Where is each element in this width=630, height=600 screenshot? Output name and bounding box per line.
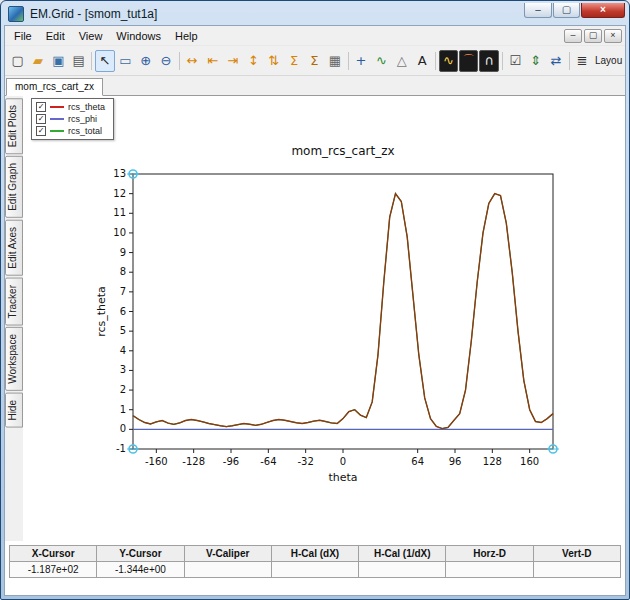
sum-y-icon: Σ — [310, 54, 318, 67]
select-pointer-button[interactable]: ↖ — [95, 50, 114, 72]
layout-button[interactable]: ≣ — [573, 50, 592, 72]
side-tab-tracker[interactable]: Tracker — [5, 278, 23, 326]
zoom-window-button[interactable]: ▭ — [116, 50, 135, 72]
titlebar: EM.Grid - [smom_tut1a] – ▢ × — [1, 1, 629, 25]
swap-axes-button[interactable]: ⇄ — [546, 50, 565, 72]
y-tick-label: 0 — [120, 423, 126, 434]
mdi-close-button[interactable]: × — [604, 29, 622, 43]
mdi-restore-button[interactable]: ▢ — [584, 29, 602, 43]
menu-help[interactable]: Help — [168, 28, 205, 44]
legend-label: rcs_total — [68, 126, 102, 136]
zoom-in-button[interactable]: ⊕ — [136, 50, 155, 72]
plot-workspace: ✓rcs_theta✓rcs_phi✓rcs_total mom_rcs_car… — [23, 96, 625, 541]
toolbar-separator — [502, 52, 503, 70]
legend-line-sample — [50, 106, 64, 108]
toolbar-separator — [91, 52, 92, 70]
pan-left-icon: ⇤ — [207, 54, 218, 67]
legend-checkbox-rcs_theta[interactable]: ✓ — [36, 102, 46, 112]
mdi-minimize-button[interactable]: – — [564, 29, 582, 43]
menu-file[interactable]: File — [7, 28, 39, 44]
tab-mom-rcs-cart-zx[interactable]: mom_rcs_cart_zx — [6, 78, 103, 96]
x-tick-label: -160 — [145, 456, 168, 467]
menu-edit[interactable]: Edit — [39, 28, 72, 44]
x-tick-label: -64 — [260, 456, 276, 467]
toggle-grid-button[interactable]: ☑ — [506, 50, 525, 72]
autoscale-y-icon: ⇅ — [268, 54, 279, 67]
menu-windows[interactable]: Windows — [109, 28, 168, 44]
print-button[interactable]: ▤ — [69, 50, 88, 72]
draw-polygon-button[interactable]: △ — [392, 50, 411, 72]
save-button[interactable]: ▣ — [49, 50, 68, 72]
x-axis-label: theta — [328, 471, 357, 484]
expand-y-button[interactable]: ↕ — [244, 50, 263, 72]
legend-checkbox-rcs_total[interactable]: ✓ — [36, 126, 46, 136]
legend-box: ✓rcs_theta✓rcs_phi✓rcs_total — [31, 98, 114, 140]
readout-header-cell: V-Caliper — [184, 546, 271, 562]
y-tick-label: 9 — [120, 247, 126, 258]
y-tick-label: 5 — [120, 325, 126, 336]
side-tab-hide[interactable]: Hide — [5, 393, 23, 428]
sum-x-button[interactable]: Σ — [284, 50, 303, 72]
mdi-controls: – ▢ × — [564, 29, 625, 43]
y-tick-label: 3 — [120, 364, 126, 375]
chart-svg[interactable]: -1012345678910111213-160-128-96-64-32064… — [93, 164, 593, 494]
y-tick-label: 10 — [113, 227, 126, 238]
draw-curve-button[interactable]: ∿ — [372, 50, 391, 72]
spin-control-icon: ⇕ — [530, 54, 541, 67]
side-tab-edit-plots[interactable]: Edit Plots — [5, 98, 23, 154]
select-pointer-icon: ↖ — [100, 54, 111, 67]
draw-polygon-icon: △ — [397, 54, 407, 67]
open-file-button[interactable]: ▰ — [28, 50, 47, 72]
chart-title: mom_rcs_cart_zx — [93, 144, 593, 164]
data-grid-icon: ▦ — [329, 54, 341, 67]
readout-header-cell: Vert-D — [533, 546, 620, 562]
main-area: Edit PlotsEdit GraphEdit AxesTrackerWork… — [5, 96, 625, 541]
fft-button[interactable]: ∿ — [439, 50, 458, 72]
expand-x-button[interactable]: ↔ — [183, 50, 202, 72]
menu-view[interactable]: View — [72, 28, 110, 44]
side-tab-edit-axes[interactable]: Edit Axes — [5, 220, 23, 276]
sum-y-button[interactable]: Σ — [305, 50, 324, 72]
maximize-button[interactable]: ▢ — [553, 3, 580, 18]
y-tick-label: 7 — [120, 286, 126, 297]
autoscale-y-button[interactable]: ⇅ — [264, 50, 283, 72]
x-tick-label: -128 — [182, 456, 205, 467]
add-point-button[interactable]: + — [351, 50, 370, 72]
y-tick-label: 1 — [120, 404, 126, 415]
filter-button[interactable]: ∩ — [479, 50, 498, 72]
zoom-window-icon: ▭ — [119, 54, 131, 67]
swap-axes-icon: ⇄ — [551, 54, 562, 67]
document-tabrow: mom_rcs_cart_zx — [5, 76, 625, 96]
readout-header-row: X-CursorY-CursorV-CaliperH-Cal (dX)H-Cal… — [10, 546, 621, 562]
minimize-button[interactable]: – — [524, 3, 552, 18]
close-button[interactable]: × — [581, 3, 625, 18]
y-tick-label: 13 — [113, 168, 126, 179]
data-grid-button[interactable]: ▦ — [325, 50, 344, 72]
window-function-button[interactable]: ⌒ — [459, 50, 478, 72]
x-tick-label: 128 — [483, 456, 502, 467]
new-document-button[interactable]: ▢ — [8, 50, 27, 72]
side-tab-edit-graph[interactable]: Edit Graph — [5, 156, 23, 218]
readout-value-cell — [446, 562, 533, 578]
window-title: EM.Grid - [smom_tut1a] — [30, 7, 524, 21]
cursor-readout-table: X-CursorY-CursorV-CaliperH-Cal (dX)H-Cal… — [9, 545, 621, 578]
toolbar-separator — [348, 52, 349, 70]
legend-checkbox-rcs_phi[interactable]: ✓ — [36, 114, 46, 124]
add-text-button[interactable]: A — [412, 50, 431, 72]
sum-x-icon: Σ — [290, 54, 298, 67]
legend-row-rcs_total: ✓rcs_total — [36, 126, 105, 136]
pan-left-button[interactable]: ⇤ — [203, 50, 222, 72]
side-tab-strip: Edit PlotsEdit GraphEdit AxesTrackerWork… — [5, 96, 23, 541]
readout-header-cell: X-Cursor — [10, 546, 97, 562]
readout-value-cell: -1.187e+02 — [10, 562, 97, 578]
layout-icon: ≣ — [577, 54, 588, 67]
zoom-out-button[interactable]: ⊖ — [156, 50, 175, 72]
spin-control-button[interactable]: ⇕ — [526, 50, 545, 72]
pan-right-button[interactable]: ⇥ — [223, 50, 242, 72]
y-tick-label: -1 — [116, 443, 126, 454]
new-document-icon: ▢ — [12, 54, 24, 67]
window-controls: – ▢ × — [524, 3, 625, 18]
save-icon: ▣ — [52, 54, 64, 67]
toggle-grid-icon: ☑ — [509, 54, 521, 67]
side-tab-workspace[interactable]: Workspace — [5, 327, 23, 391]
